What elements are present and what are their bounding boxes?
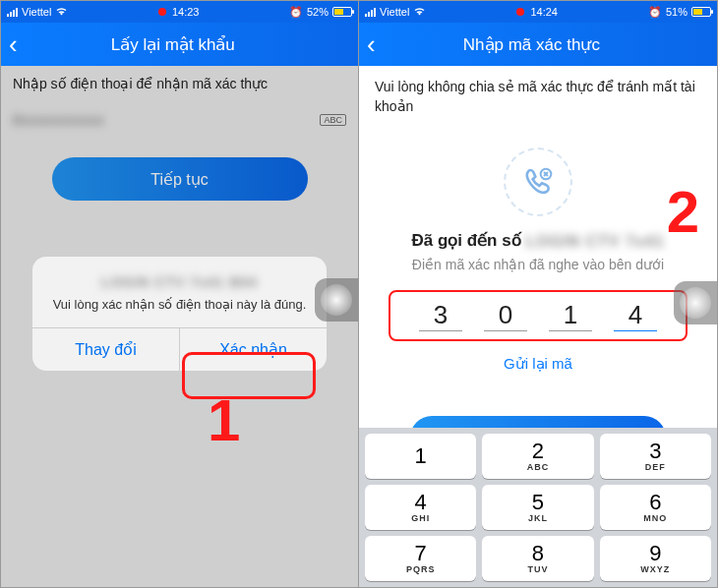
- assistive-touch-icon: [680, 287, 711, 319]
- recording-icon: [158, 8, 166, 16]
- numeric-keyboard: 1 2ABC 3DEF 4GHI 5JKL 6MNO 7PQRS 8TUV 9W…: [359, 428, 717, 587]
- key-4[interactable]: 4GHI: [365, 485, 476, 530]
- assistive-touch[interactable]: [674, 281, 717, 324]
- navigation-bar: ‹ Nhập mã xác thực: [359, 23, 717, 66]
- key-2[interactable]: 2ABC: [482, 434, 593, 479]
- missed-call-icon: [504, 147, 572, 216]
- time-label: 14:23: [172, 6, 200, 18]
- recording-icon: [516, 8, 524, 16]
- key-5[interactable]: 5JKL: [482, 485, 593, 530]
- warning-text: Vui lòng không chia sẻ mã xác thực để tr…: [359, 66, 717, 128]
- carrier-label: Viettel: [380, 6, 409, 18]
- wifi-icon: [413, 6, 426, 18]
- alarm-icon: ⏰: [289, 6, 303, 19]
- code-input-row[interactable]: 3 0 1 4: [389, 290, 688, 341]
- change-button[interactable]: Thay đổi: [32, 328, 179, 371]
- back-icon[interactable]: ‹: [367, 29, 376, 60]
- carrier-label: Viettel: [22, 6, 51, 18]
- key-9[interactable]: 9WXYZ: [600, 536, 711, 581]
- battery-percent: 52%: [307, 6, 329, 18]
- battery-icon: [332, 7, 352, 17]
- page-title: Nhập mã xác thực: [384, 34, 680, 55]
- code-digit-2[interactable]: 0: [484, 300, 527, 331]
- code-digit-4[interactable]: 4: [614, 300, 657, 331]
- code-digit-3[interactable]: 1: [549, 300, 592, 331]
- assistive-touch[interactable]: [315, 278, 358, 322]
- screen-enter-code: Viettel 14:24 ⏰ 51% ‹ Nhập mã xác thực V…: [359, 1, 717, 587]
- status-bar: Viettel 14:24 ⏰ 51%: [359, 1, 717, 23]
- key-3[interactable]: 3DEF: [600, 434, 711, 479]
- screen-password-recovery: Viettel 14:23 ⏰ 52% ‹ Lấy lại mật khẩu N…: [1, 1, 359, 587]
- signal-icon: [7, 8, 18, 17]
- battery-percent: 51%: [666, 6, 688, 18]
- battery-icon: [691, 7, 711, 17]
- code-digit-1[interactable]: 3: [419, 300, 462, 331]
- alert-phone-number: LOGIN CTV 7x41 B04: [48, 274, 311, 290]
- alarm-icon: ⏰: [648, 6, 662, 19]
- key-1[interactable]: 1: [365, 434, 476, 479]
- alert-message: Vui lòng xác nhận số điện thoại này là đ…: [48, 296, 311, 314]
- highlight-confirm: [182, 352, 316, 399]
- back-icon[interactable]: ‹: [9, 29, 18, 60]
- key-7[interactable]: 7PQRS: [365, 536, 476, 581]
- key-8[interactable]: 8TUV: [482, 536, 593, 581]
- step-number-2: 2: [667, 178, 699, 246]
- called-phone-number: LOGIN CTV 7x41: [525, 233, 664, 251]
- page-title: Lấy lại mật khẩu: [26, 34, 321, 55]
- code-instruction: Điền mã xác nhận đã nghe vào bên dưới: [359, 257, 717, 272]
- resend-code-link[interactable]: Gửi lại mã: [359, 355, 717, 373]
- signal-icon: [365, 8, 376, 17]
- key-6[interactable]: 6MNO: [600, 485, 711, 530]
- step-number-1: 1: [208, 386, 240, 454]
- wifi-icon: [55, 6, 68, 18]
- called-number-heading: Đã gọi đến số LOGIN CTV 7x41: [359, 230, 717, 251]
- time-label: 14:24: [530, 6, 558, 18]
- assistive-touch-icon: [321, 284, 352, 316]
- status-bar: Viettel 14:23 ⏰ 52%: [1, 1, 358, 23]
- navigation-bar: ‹ Lấy lại mật khẩu: [1, 23, 358, 66]
